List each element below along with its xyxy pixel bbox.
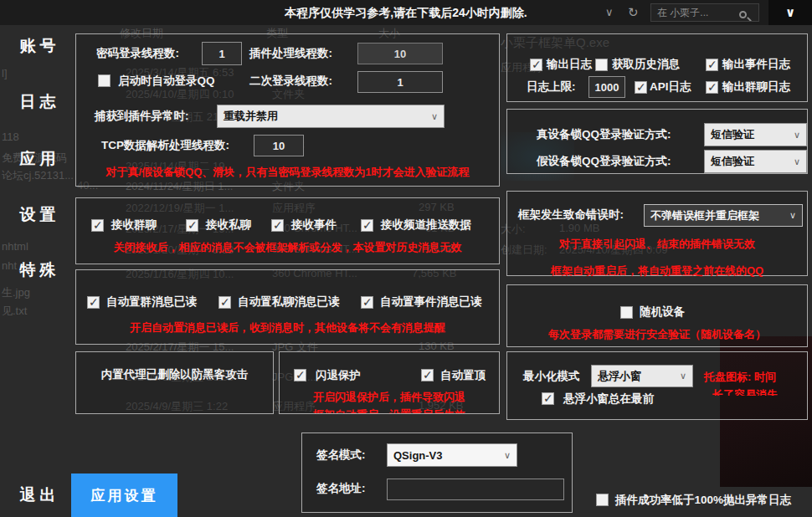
receive-groupchat-label: 接收群聊 bbox=[111, 218, 157, 233]
autoread-event-checkbox[interactable] bbox=[361, 296, 373, 309]
sign-mode-select[interactable]: QSign-V3∨ bbox=[387, 443, 517, 467]
real-device-lock-label: 真设备锁QQ登录验证方式: bbox=[537, 127, 671, 142]
real-device-lock-select[interactable]: 短信验证∨ bbox=[704, 123, 807, 146]
fake-device-lock-value: 短信验证 bbox=[711, 154, 754, 169]
sidebar-item-special[interactable]: 特殊 bbox=[0, 259, 75, 281]
refresh-icon[interactable]: ↻ bbox=[628, 0, 639, 25]
receive-channel-checkbox[interactable] bbox=[361, 219, 373, 232]
receive-groupchat-checkbox[interactable] bbox=[91, 219, 104, 232]
second-threads-label: 二次登录线程数: bbox=[249, 74, 332, 89]
sidebar-item-account[interactable]: 账号 bbox=[0, 35, 75, 57]
sign-mode-label: 签名模式: bbox=[316, 448, 366, 463]
receive-group: 接收群聊 接收私聊 接收事件 接收频道推送数据 关闭接收后，相应的消息不会被框架… bbox=[75, 197, 500, 264]
fatal-error-select[interactable]: 不弹错误框并重启框架∨ bbox=[644, 204, 803, 227]
sidebar-item-settings[interactable]: 设置 bbox=[0, 204, 75, 226]
fatal-warning-2: 框架自动重启后，将自动重登之前在线的QQ bbox=[507, 264, 807, 279]
plugin-rate-checkbox[interactable] bbox=[596, 494, 609, 506]
sidebar-item-logs[interactable]: 日志 bbox=[0, 91, 75, 113]
chevron-down-icon[interactable]: ∨ bbox=[605, 0, 614, 25]
float-top-checkbox[interactable] bbox=[542, 392, 554, 405]
plugin-rate-label: 插件成功率低于100%抛出异常日志 bbox=[615, 493, 791, 508]
log-settings-group: 输出日志 获取历史消息 输出事件日志 日志上限: API日志 输出群聊日志 bbox=[506, 33, 808, 102]
proxy-note-text: 内置代理已删除以防黑客攻击 bbox=[76, 367, 273, 382]
plugin-exception-select[interactable]: 重载并禁用∨ bbox=[217, 105, 445, 128]
device-lock-group: 真设备锁QQ登录验证方式: 短信验证∨ 假设备锁QQ登录验证方式: 短信验证∨ bbox=[506, 109, 808, 174]
minimize-mode-label: 最小化模式 bbox=[523, 369, 580, 384]
chevron-down-icon: ∨ bbox=[794, 130, 800, 141]
minimize-mode-select[interactable]: 悬浮小窗∨ bbox=[591, 365, 693, 387]
sign-mode-value: QSign-V3 bbox=[393, 449, 443, 462]
receive-private-label: 接收私聊 bbox=[206, 218, 251, 233]
signature-group: 签名模式: QSign-V3∨ 签名地址: bbox=[301, 433, 573, 513]
search-icon bbox=[739, 11, 747, 18]
tray-note-1: 托盘图标: 时间 bbox=[704, 370, 776, 385]
second-threads-input[interactable] bbox=[357, 71, 443, 93]
chevron-down-icon: ∨ bbox=[431, 111, 438, 122]
fatal-error-label: 框架发生致命错误时: bbox=[518, 207, 624, 223]
fake-device-lock-label: 假设备锁QQ登录验证方式: bbox=[537, 154, 671, 169]
output-log-label: 输出日志 bbox=[547, 57, 592, 72]
minimize-group: 最小化模式 悬浮小窗∨ 托盘图标: 时间 长了容易消失 悬浮小窗总在最前 bbox=[506, 351, 808, 420]
collapse-button[interactable]: ∨ bbox=[768, 0, 812, 25]
bg-fragment: 118 bbox=[2, 131, 19, 143]
autoread-group-checkbox[interactable] bbox=[87, 296, 100, 309]
event-log-label: 输出事件日志 bbox=[722, 57, 790, 72]
tcp-threads-label: TCP数据解析处理线程数: bbox=[101, 138, 229, 153]
autoread-event-label: 自动置事件消息已读 bbox=[380, 294, 482, 310]
bg-fragment: nhtml bbox=[2, 240, 28, 253]
crash-protect-checkbox[interactable] bbox=[294, 369, 306, 381]
login-settings-group: 密码登录线程数: 插件处理线程数: 启动时自动登录QQ 二次登录线程数: 捕获到… bbox=[75, 33, 500, 187]
random-device-warning: 每次登录都需要进行安全验证（随机设备名） bbox=[507, 327, 807, 342]
crash-warning-1: 开启闪退保护后，插件导致闪退 bbox=[280, 390, 499, 405]
history-msg-label: 获取历史消息 bbox=[612, 57, 680, 72]
plugin-threads-input[interactable] bbox=[357, 43, 443, 64]
chevron-down-icon: ∨ bbox=[794, 156, 800, 167]
auto-login-checkbox[interactable] bbox=[98, 74, 110, 87]
bg-fragment: l] bbox=[2, 67, 8, 79]
sign-addr-input[interactable] bbox=[387, 479, 564, 500]
auto-top-checkbox[interactable] bbox=[421, 369, 434, 381]
fatal-warning-1: 对于直接引起闪退、结束的插件错误无效 bbox=[507, 237, 807, 252]
auto-top-label: 自动置顶 bbox=[440, 368, 486, 383]
search-input[interactable]: 在 小栗子... bbox=[650, 3, 759, 22]
login-warning-text: 对于真/假设备锁QQ、滑块，只有当密码登录线程数为1时才会进入验证流程 bbox=[76, 165, 499, 180]
autoread-warning-text: 开启自动置消息已读后，收到消息时，其他设备将不会有消息提醒 bbox=[76, 320, 499, 335]
pwd-threads-label: 密码登录线程数: bbox=[96, 46, 179, 61]
fake-device-lock-select[interactable]: 短信验证∨ bbox=[704, 150, 807, 173]
output-log-checkbox[interactable] bbox=[530, 59, 542, 71]
crash-protect-label: 闪退保护 bbox=[316, 368, 361, 383]
apply-settings-button[interactable]: 应用设置 bbox=[71, 473, 177, 517]
event-log-checkbox[interactable] bbox=[706, 59, 718, 71]
sidebar-item-exit[interactable]: 退出 bbox=[0, 484, 75, 506]
plugin-exception-label: 捕获到插件异常时: bbox=[95, 109, 189, 124]
chevron-down-icon: ∨ bbox=[504, 450, 511, 461]
float-top-label: 悬浮小窗总在最前 bbox=[563, 392, 654, 407]
receive-warning-text: 关闭接收后，相应的消息不会被框架解析或分发，本设置对历史消息无效 bbox=[76, 240, 499, 255]
fatal-error-value: 不弹错误框并重启框架 bbox=[650, 208, 759, 223]
log-limit-input[interactable] bbox=[588, 76, 625, 98]
autoread-private-label: 自动置私聊消息已读 bbox=[238, 294, 340, 310]
crash-protect-group: 闪退保护 自动置顶 开启闪退保护后，插件导致闪退 框架自动重启，设置重启后生效 bbox=[279, 351, 500, 414]
log-limit-label: 日志上限: bbox=[527, 79, 576, 95]
autoread-private-checkbox[interactable] bbox=[218, 296, 231, 309]
plugin-threads-label: 插件处理线程数: bbox=[249, 46, 332, 61]
pwd-threads-input[interactable] bbox=[202, 42, 242, 65]
sidebar-item-apps[interactable]: 应用 bbox=[0, 148, 75, 170]
sign-addr-label: 签名地址: bbox=[316, 481, 366, 496]
title-bar: 本程序仅供学习参考,请在下载后24小时内删除. ∨ ↻ 在 小栗子... bbox=[0, 0, 812, 25]
real-device-lock-value: 短信验证 bbox=[711, 127, 754, 142]
group-log-label: 输出群聊日志 bbox=[722, 79, 790, 95]
tcp-threads-input[interactable] bbox=[254, 135, 304, 156]
minimize-mode-value: 悬浮小窗 bbox=[598, 369, 641, 384]
fatal-error-group: 框架发生致命错误时: 不弹错误框并重启框架∨ 对于直接引起闪退、结束的插件错误无… bbox=[506, 191, 808, 276]
history-msg-checkbox[interactable] bbox=[595, 59, 608, 71]
random-device-checkbox[interactable] bbox=[620, 306, 633, 319]
group-log-checkbox[interactable] bbox=[706, 81, 718, 94]
random-device-label: 随机设备 bbox=[640, 305, 685, 320]
receive-private-checkbox[interactable] bbox=[186, 219, 198, 232]
proxy-group: 内置代理已删除以防黑客攻击 bbox=[75, 351, 274, 414]
chevron-down-icon: ∨ bbox=[789, 210, 796, 221]
autoread-group: 自动置群消息已读 自动置私聊消息已读 自动置事件消息已读 开启自动置消息已读后，… bbox=[75, 269, 500, 345]
api-log-checkbox[interactable] bbox=[635, 81, 647, 94]
receive-event-checkbox[interactable] bbox=[271, 219, 284, 232]
